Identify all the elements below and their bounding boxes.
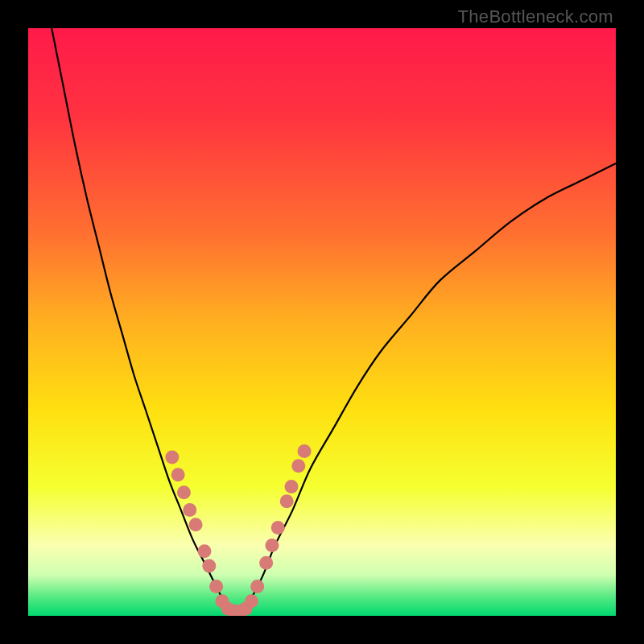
data-marker [250, 580, 264, 593]
data-marker [298, 444, 312, 458]
data-marker [202, 559, 216, 572]
chart-svg [28, 28, 616, 616]
data-marker [183, 503, 196, 517]
chart-frame: TheBottleneck.com [0, 0, 644, 644]
data-marker [259, 556, 273, 570]
data-marker [209, 580, 223, 593]
data-marker [285, 480, 299, 493]
data-marker [171, 468, 185, 481]
watermark-text: TheBottleneck.com [458, 6, 613, 27]
data-marker [265, 539, 279, 552]
data-marker [198, 544, 212, 558]
gradient-background [28, 28, 616, 616]
data-marker [245, 594, 258, 608]
data-marker [291, 459, 305, 473]
data-marker [271, 521, 285, 535]
plot-area [28, 28, 616, 616]
data-marker [177, 485, 191, 499]
data-marker [189, 518, 203, 531]
data-marker [165, 450, 179, 464]
data-marker [280, 494, 294, 508]
